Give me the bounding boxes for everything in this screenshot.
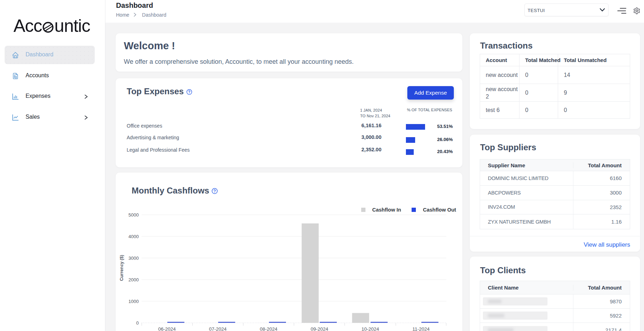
svg-text:09-2024: 09-2024 bbox=[310, 326, 328, 331]
svg-text:3000: 3000 bbox=[128, 256, 139, 261]
svg-text:06-2024: 06-2024 bbox=[158, 326, 176, 331]
svg-text:08-2024: 08-2024 bbox=[260, 326, 277, 331]
svg-text:Cashflow Out: Cashflow Out bbox=[423, 207, 456, 213]
svg-text:Currency ($): Currency ($) bbox=[119, 255, 124, 281]
svg-text:10-2024: 10-2024 bbox=[362, 326, 379, 331]
svg-text:1000: 1000 bbox=[128, 299, 139, 304]
svg-text:0: 0 bbox=[136, 320, 139, 326]
svg-text:Cashflow In: Cashflow In bbox=[372, 207, 401, 213]
svg-text:5000: 5000 bbox=[128, 212, 139, 218]
svg-text:2000: 2000 bbox=[128, 277, 139, 282]
svg-text:11-2024: 11-2024 bbox=[412, 326, 430, 331]
svg-text:4000: 4000 bbox=[128, 234, 139, 239]
svg-text:07-2024: 07-2024 bbox=[209, 326, 227, 331]
